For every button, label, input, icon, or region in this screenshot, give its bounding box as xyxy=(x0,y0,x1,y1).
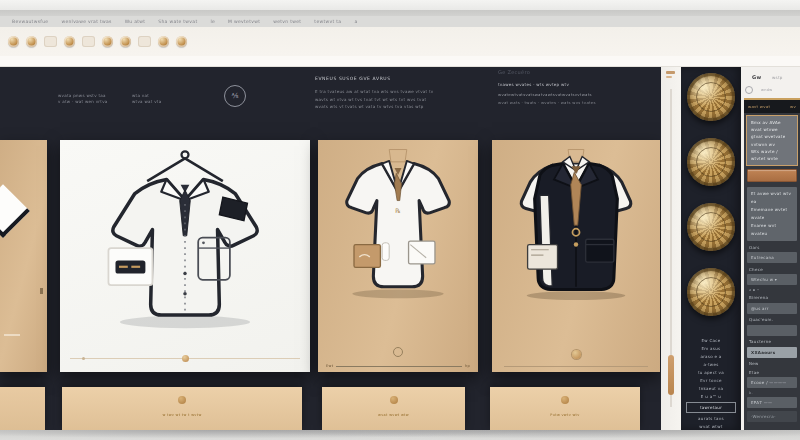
design-card-bottom[interactable]: w twv wt tw t wvtw xyxy=(62,387,302,430)
right-side-panel: Gw wstp wndw wavt wvat wv Bmx av AVAe wv… xyxy=(741,67,800,430)
panel2-paragraph: E tra tvateus aw at wtat tva wts wvs tva… xyxy=(315,88,435,111)
menu-item[interactable]: le xyxy=(210,19,215,24)
panel-row[interactable]: XXAaours xyxy=(747,347,797,358)
menu-item[interactable]: Bevwautwsfue xyxy=(12,19,48,24)
panel3-line2: wvat wats · twats · wvates · wats wvs tv… xyxy=(498,100,596,105)
design-card-vest[interactable] xyxy=(492,140,660,372)
panel2-heading: EVNEUS SUSOE GVE AVRUS xyxy=(315,76,391,81)
design-card-bottom[interactable]: Putw vwtv wtv xyxy=(490,387,640,430)
card-gold-dot xyxy=(390,396,398,404)
menu-bar: Bevwautwsfuewenlvawe vrat twasWu atwtSha… xyxy=(0,16,800,27)
gold-medallion-button[interactable] xyxy=(687,268,735,316)
card2-caption: Ewt hp xyxy=(326,364,470,368)
panel-row[interactable] xyxy=(747,325,797,336)
design-card-shirt[interactable] xyxy=(60,140,310,372)
panel-row[interactable]: @us arr xyxy=(747,303,797,314)
menu-item[interactable]: M wevtetvwt xyxy=(228,19,260,24)
menu-item[interactable]: a xyxy=(354,19,357,24)
card-gold-dot xyxy=(178,396,186,404)
gold-tool-icon[interactable] xyxy=(102,36,113,47)
tool-strip-label[interactable]: Ew Cace xyxy=(686,338,736,343)
canvas-header-group-a: wvata pnws wstv taa v atw · wat wen vrtv… xyxy=(58,93,124,105)
gold-tool-icon[interactable] xyxy=(64,36,75,47)
window-titlebar[interactable] xyxy=(0,0,800,10)
gold-tool-icon[interactable] xyxy=(138,36,151,47)
panel-row: Quac'eum. xyxy=(747,316,797,322)
card-caption: w twv wt tw t wvtw xyxy=(62,413,302,417)
design-card-bottom[interactable]: wvat wvwt wtw xyxy=(322,387,465,430)
panel-row: Taucterne xyxy=(747,338,797,344)
copper-action-button[interactable] xyxy=(747,169,797,182)
menu-item[interactable]: tewtwvt ta xyxy=(314,19,341,24)
card-caption: Putw vwtv wtv xyxy=(490,413,640,417)
gold-tool-icon[interactable] xyxy=(176,36,187,47)
small-dash xyxy=(4,334,20,336)
panel-row: Etae xyxy=(747,369,797,375)
menu-item[interactable]: Sha wate twvat xyxy=(158,19,197,24)
gold-tool-icon[interactable] xyxy=(158,36,169,47)
card-row-2: w twv wt tw t wvtw wvat wvwt wtw Putw vw… xyxy=(0,387,661,430)
tool-strip-label[interactable]: tu apect va xyxy=(686,370,736,375)
design-card-vneck-top[interactable]: ℞ Ewt hp xyxy=(318,140,478,372)
menu-item[interactable]: Wu atwt xyxy=(125,19,146,24)
panel-brand-sub: wstp xyxy=(772,75,783,80)
gold-tool-icon[interactable] xyxy=(44,36,57,47)
card-caption: wvat wvwt wtw xyxy=(322,413,465,417)
search-icon[interactable] xyxy=(745,86,753,94)
vneck-top-illustration: ℞ xyxy=(318,146,478,344)
panel-row: Et avwe wvat wtv ea Ememave wvtet wvate … xyxy=(747,187,797,241)
design-card-partial[interactable] xyxy=(0,140,47,372)
card-gold-dot xyxy=(561,396,569,404)
scrollbar-handle[interactable] xyxy=(668,355,674,395)
panel-row[interactable]: -Wenrecra- xyxy=(747,411,797,422)
panel-row: Oars xyxy=(747,244,797,250)
panel-brand-label: Gw xyxy=(752,74,761,80)
panel-header-bar: wavt wvat wv xyxy=(744,98,800,113)
gold-tool-icon[interactable] xyxy=(26,36,37,47)
panel-row: a ▪ • xyxy=(747,288,797,292)
panel-row[interactable]: Wtechu w ▾ xyxy=(747,274,797,285)
panel-row: New xyxy=(747,360,797,366)
gold-medallion-button[interactable] xyxy=(687,203,735,251)
small-mark xyxy=(40,288,43,294)
tool-strip-label[interactable]: tawretaur xyxy=(686,402,736,413)
panel-row[interactable]: EPA7 —— xyxy=(747,397,797,408)
toolbar-sub-strip xyxy=(0,56,800,67)
tool-strip-label[interactable]: E u a™ u xyxy=(686,394,736,399)
message-box[interactable]: Bmx av AVAe wvat wtvwe gtvat wvetvate vv… xyxy=(746,115,798,166)
panel3-subheading: tvawes wvates · wts wvtep wtv xyxy=(498,82,569,87)
panel-row[interactable]: Ecooe / ———— xyxy=(747,377,797,388)
canvas-header-group-b: wta vat wtva wat vta xyxy=(132,93,202,105)
panel-row: Chece xyxy=(747,266,797,272)
gold-tool-icon[interactable] xyxy=(120,36,131,47)
properties-panel: wavt wvat wv Bmx av AVAe wvat wtvwe gtva… xyxy=(744,98,800,430)
tool-strip-label[interactable]: Evr tovce xyxy=(686,378,736,383)
tool-strip-label[interactable]: tnkaeut va xyxy=(686,386,736,391)
panel-row[interactable]: Eutrecana xyxy=(747,252,797,263)
panel-rows: Et avwe wvat wtv ea Ememave wvtet wvate … xyxy=(744,185,800,424)
card2-circle-mark xyxy=(393,347,403,357)
card3-gold-dot[interactable] xyxy=(572,350,581,359)
toolbar xyxy=(0,27,800,56)
design-canvas: wvata pnws wstv taa v atw · wat wen vrtv… xyxy=(0,67,661,430)
menu-item[interactable]: wetvn twet xyxy=(273,19,301,24)
gold-medallion-button[interactable] xyxy=(687,138,735,186)
navy-vest-illustration xyxy=(492,146,660,344)
card1-small-dot xyxy=(82,357,85,360)
tool-strip-label[interactable]: Em asus xyxy=(686,346,736,351)
canvas-scroll-strip xyxy=(661,67,681,430)
panel3-heading: Ge Zecuéro xyxy=(498,69,530,75)
menu-item[interactable]: wenlvawe vrat twas xyxy=(61,19,111,24)
card1-gold-dot[interactable] xyxy=(182,355,189,362)
monogram-badge-icon[interactable]: ⅍ xyxy=(224,85,246,107)
tool-strip-label[interactable]: a-twes xyxy=(686,362,736,367)
gold-tool-icon[interactable] xyxy=(8,36,19,47)
panel-header-right: wv xyxy=(790,104,796,109)
gold-medallion-button[interactable] xyxy=(687,73,735,121)
gold-tool-icon[interactable] xyxy=(82,36,95,47)
panel-row: b. xyxy=(747,391,797,395)
tool-strip-label[interactable]: araso e a xyxy=(686,354,736,359)
tool-strip-label[interactable]: aurats tavs xyxy=(686,416,736,421)
card3-divider xyxy=(504,366,648,367)
panel3-line1: wvatewtvatsvatswatvawtsvatwvatsvvtwats xyxy=(498,92,643,97)
